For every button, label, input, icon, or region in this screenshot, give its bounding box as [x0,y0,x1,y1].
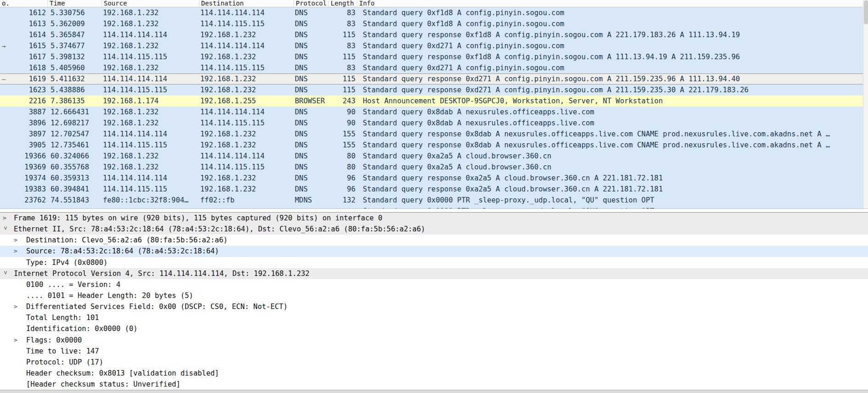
cell-dst: 114.114.115.115 [199,118,294,129]
cell-time: 12.698217 [48,118,102,129]
detail-row[interactable]: >Internet Protocol Version 4, Src: 114.1… [0,268,868,279]
cell-info: Standard query 0xf1d8 A config.pinyin.so… [357,7,868,18]
packet-row-19366[interactable]: 1936660.324066192.168.1.232114.114.114.1… [0,151,868,162]
cell-src: 192.168.1.232 [102,151,199,162]
column-header-no[interactable]: o. [0,0,48,7]
detail-row[interactable]: >Source: 78:a4:53:2c:18:64 (78:a4:53:2c:… [0,246,868,257]
expand-chevron-icon[interactable]: > [14,301,20,312]
cell-len: 83 [329,18,357,29]
detail-text: Frame 1619: 115 bytes on wire (920 bits)… [14,214,383,222]
cell-proto: DNS [294,162,329,173]
detail-row[interactable]: .... 0101 = Header Length: 20 bytes (5) [0,290,868,301]
cell-src: 192.168.1.232 [102,7,199,18]
cell-len: 115 [329,74,357,84]
cell-src: 114.114.114.114 [102,74,199,84]
cell-no: 3887 [0,107,48,118]
packet-row[interactable]: Standard query 0x0000 PTR _sleep-proxy._… [0,206,868,209]
packet-list-scrollbar[interactable] [863,0,868,209]
packet-row-1617[interactable]: 16175.398132114.114.115.115192.168.1.232… [0,51,868,62]
detail-row[interactable]: Protocol: UDP (17) [0,357,868,368]
detail-text: Time to live: 147 [26,347,99,355]
cell-src: 192.168.1.232 [102,62,199,73]
packet-row-23762[interactable]: 2376274.551843fe80::1cbc:32f8:904…ff02::… [0,195,868,206]
packet-row-1613[interactable]: 16135.362009192.168.1.232114.114.115.115… [0,18,868,29]
column-header-time[interactable]: Time [48,0,102,7]
detail-row[interactable]: >Differentiated Services Field: 0x00 (DS… [0,301,868,312]
cell-proto: BROWSER [294,95,329,107]
detail-row[interactable]: Identification: 0x0000 (0) [0,323,868,334]
column-header-info[interactable]: Info [357,0,868,7]
packet-row-19369[interactable]: 1936960.355768192.168.1.232114.114.115.1… [0,162,868,173]
detail-row[interactable]: Total Length: 101 [0,312,868,323]
expand-chevron-icon[interactable]: > [14,246,20,257]
packet-row-3887[interactable]: 388712.666431192.168.1.232114.114.114.11… [0,107,868,118]
detail-row[interactable]: Type: IPv4 (0x0800) [0,257,868,268]
cell-no: 1617 [0,51,48,62]
collapse-chevron-icon[interactable]: > [0,226,11,233]
cell-no: 1613 [0,18,48,29]
cell-proto: DNS [294,84,329,95]
detail-row[interactable]: >Frame 1619: 115 bytes on wire (920 bits… [0,213,868,224]
cell-info: Standard query response 0xa2a5 A cloud.b… [357,173,868,184]
cell-no: 3896 [0,118,48,129]
cell-len: 115 [329,84,357,95]
packet-row-1612[interactable]: 16125.330756192.168.1.232114.114.114.114… [0,7,868,18]
bottom-scrollbar[interactable] [0,390,868,393]
column-header-proto[interactable]: Protocol [294,0,329,7]
cell-dst: 192.168.1.232 [199,129,294,140]
packet-row-3905[interactable]: 390512.735461114.114.115.115192.168.1.23… [0,140,868,151]
column-header-src[interactable]: Source [102,0,199,7]
cell-len: 115 [329,29,357,40]
pane-splitter[interactable] [0,209,868,213]
packet-row-19374[interactable]: 1937460.359313114.114.114.114192.168.1.2… [0,173,868,184]
detail-row[interactable]: Header checksum: 0x8013 [validation disa… [0,368,868,379]
scrollbar-thumb[interactable] [864,0,868,24]
packet-row-1618[interactable]: 16185.405960192.168.1.232114.114.115.115… [0,62,868,73]
cell-dst: 114.114.115.115 [199,62,294,73]
packet-row-2216[interactable]: 22167.386135192.168.1.174192.168.1.255BR… [0,95,868,107]
packet-row-1619[interactable]: 1619–5.411632114.114.114.114192.168.1.23… [0,73,868,84]
cell-proto: DNS [294,62,329,73]
packet-row-partial[interactable]: Standard query 0x0000 PTR _sleep-proxy._… [0,206,868,209]
expand-chevron-icon[interactable]: > [14,235,20,246]
packet-row-19383[interactable]: 1938360.394841114.114.115.115192.168.1.2… [0,184,868,195]
detail-text: Flags: 0x0000 [26,336,82,344]
detail-text: [Header checksum status: Unverified] [26,380,180,388]
cell-no: 3905 [0,140,48,151]
packet-row-3897[interactable]: 389712.702547114.114.114.114192.168.1.23… [0,129,868,140]
detail-row[interactable]: Time to live: 147 [0,346,868,357]
cell-src: 114.114.115.115 [102,140,199,151]
cell-len: 155 [329,140,357,151]
cell-time: 5.438886 [48,84,102,95]
cell-dst: 192.168.1.232 [199,84,294,95]
packet-row-1614[interactable]: 16145.365847114.114.114.114192.168.1.232… [0,29,868,40]
detail-row[interactable]: 0100 .... = Version: 4 [0,279,868,290]
cell-dst: 114.114.115.115 [199,18,294,29]
column-header-len[interactable]: Length [329,0,357,7]
packet-row-3896[interactable]: 389612.698217192.168.1.232114.114.115.11… [0,118,868,129]
cell-src: 192.168.1.232 [102,18,199,29]
packet-detail-pane: >Frame 1619: 115 bytes on wire (920 bits… [0,213,868,390]
expand-chevron-icon[interactable]: > [14,335,20,346]
cell-dst: ff02::fb [199,195,294,206]
cell-len: 83 [329,7,357,18]
cell-src: 192.168.1.232 [102,40,199,51]
cell-src: 192.168.1.232 [102,162,199,173]
expand-chevron-icon[interactable]: > [3,213,9,224]
detail-row[interactable]: >Destination: Clevo_56:a2:a6 (80:fa:5b:5… [0,235,868,246]
cell-proto: DNS [294,51,329,62]
cell-info: Standard query 0x8dab A nexusrules.offic… [357,118,868,129]
collapse-chevron-icon[interactable]: > [0,271,11,277]
column-header-dst[interactable]: Destination [199,0,294,7]
cell-info: Standard query response 0xf1d8 A config.… [357,51,868,62]
packet-row-1623[interactable]: 16235.438886114.114.115.115192.168.1.232… [0,84,868,95]
detail-text: 0100 .... = Version: 4 [26,281,120,289]
cell-len: 243 [329,95,357,107]
detail-row[interactable]: [Header checksum status: Unverified] [0,379,868,390]
cell-proto [294,206,329,209]
cell-info: Standard query 0x0000 PTR _sleep-proxy._… [357,195,868,206]
detail-row[interactable]: >Flags: 0x0000 [0,335,868,346]
detail-text: Differentiated Services Field: 0x00 (DSC… [26,303,287,311]
packet-row-1615[interactable]: 1615→5.374677192.168.1.232114.114.114.11… [0,40,868,51]
detail-row[interactable]: >Ethernet II, Src: 78:a4:53:2c:18:64 (78… [0,224,868,235]
